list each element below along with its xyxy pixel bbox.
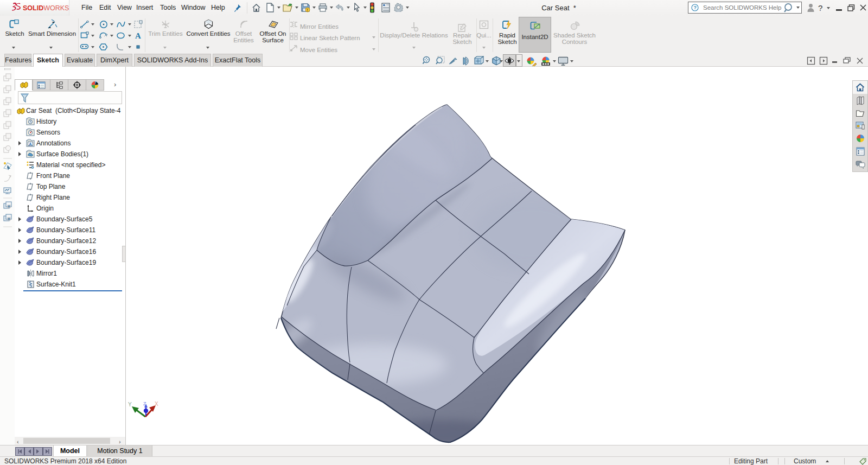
svg-text:Y: Y: [128, 402, 132, 407]
svg-text:A: A: [29, 142, 32, 146]
svg-text:A: A: [135, 31, 141, 40]
svg-text:X: X: [155, 401, 158, 407]
svg-text:Z: Z: [143, 401, 146, 406]
svg-text:!: !: [307, 8, 308, 12]
svg-text:?: ?: [693, 5, 697, 10]
svg-text:SOLIDWORKS: SOLIDWORKS: [23, 4, 69, 12]
